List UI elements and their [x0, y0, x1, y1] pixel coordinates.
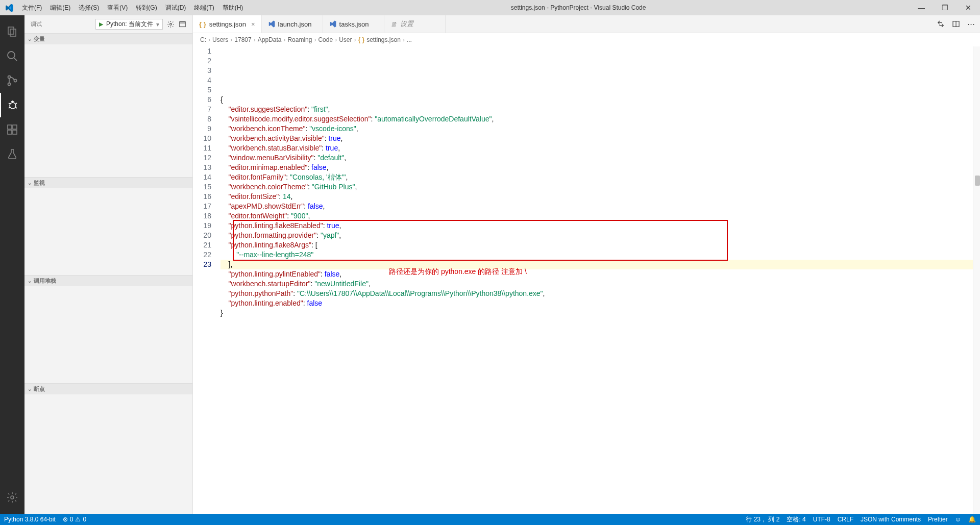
breadcrumb-item[interactable]: ... — [407, 36, 412, 43]
breadcrumb-separator: › — [254, 36, 256, 43]
breadcrumb-item[interactable]: Code — [318, 36, 333, 43]
sidebar-section-body — [24, 188, 192, 275]
svg-point-18 — [11, 496, 14, 499]
tab-actions: ⋯ — [932, 15, 980, 33]
vscode-file-icon — [329, 20, 336, 28]
debug-settings-icon[interactable] — [167, 20, 175, 28]
line-number: 21 — [193, 240, 211, 250]
sidebar-section-body — [24, 286, 192, 383]
svg-rect-16 — [13, 130, 17, 134]
annotation-text: 路径还是为你的 python.exe 的路径 注意加 \ — [389, 267, 527, 277]
line-number: 14 — [193, 172, 211, 182]
breadcrumb-separator: › — [283, 36, 285, 43]
vscode-logo-icon — [0, 4, 18, 12]
menu-item[interactable]: 终端(T) — [190, 4, 218, 12]
close-tab-icon[interactable]: × — [251, 20, 255, 28]
debug-console-icon[interactable] — [179, 20, 186, 28]
extensions-icon[interactable] — [0, 117, 24, 142]
warning-count: 0 — [83, 516, 86, 523]
tab-label: launch.json — [278, 20, 312, 28]
status-feedback-icon[interactable]: ☺ — [955, 515, 961, 524]
json-icon: { } — [358, 36, 364, 43]
sidebar-section-断点[interactable]: ⌄断点 — [24, 383, 192, 394]
scrollbar[interactable] — [973, 46, 980, 514]
sidebar-section-调用堆栈[interactable]: ⌄调用堆栈 — [24, 275, 192, 286]
chevron-down-icon: ⌄ — [28, 180, 32, 186]
maximize-button[interactable]: ❐ — [933, 4, 957, 12]
breadcrumb-separator: › — [335, 36, 337, 43]
svg-point-6 — [14, 80, 17, 82]
tab-launch.json[interactable]: launch.json — [262, 15, 323, 33]
menu-item[interactable]: 查看(V) — [103, 4, 132, 12]
chevron-down-icon: ⌄ — [28, 36, 32, 42]
menu-item[interactable]: 编辑(E) — [46, 4, 75, 12]
compare-changes-icon[interactable] — [937, 20, 945, 28]
warning-icon: ⚠ — [75, 516, 81, 523]
status-encoding[interactable]: UTF-8 — [813, 515, 830, 524]
section-label: 断点 — [34, 385, 45, 393]
line-number: 9 — [193, 124, 211, 134]
section-label: 监视 — [34, 179, 45, 187]
more-actions-icon[interactable]: ⋯ — [967, 19, 975, 29]
source-control-icon[interactable] — [0, 68, 24, 93]
breadcrumb-item[interactable]: settings.json — [366, 36, 401, 43]
svg-line-10 — [15, 103, 17, 104]
breadcrumb-item[interactable]: Roaming — [287, 36, 312, 43]
svg-rect-15 — [8, 130, 12, 134]
breadcrumb[interactable]: C:›Users›17807›AppData›Roaming›Code›User… — [193, 33, 980, 46]
svg-line-12 — [15, 107, 17, 108]
status-bell-icon[interactable]: 🔔 — [968, 515, 976, 524]
code-content[interactable]: 路径还是为你的 python.exe 的路径 注意加 \ { "editor.s… — [220, 46, 973, 514]
vscode-file-icon — [268, 20, 275, 28]
svg-point-4 — [8, 76, 11, 79]
status-spaces[interactable]: 空格: 4 — [787, 515, 805, 524]
search-icon[interactable] — [0, 44, 24, 68]
status-python-version[interactable]: Python 3.8.0 64-bit — [4, 516, 56, 523]
section-label: 变量 — [34, 35, 45, 43]
svg-rect-1 — [10, 29, 16, 36]
status-formatter[interactable]: Prettier — [928, 515, 948, 524]
error-count: 0 — [70, 516, 74, 523]
code-editor[interactable]: 1234567891011121314151617181920212223 路径… — [193, 46, 980, 514]
menu-item[interactable]: 文件(F) — [18, 4, 46, 12]
tab-label: tasks.json — [339, 20, 369, 28]
breadcrumb-separator: › — [208, 36, 210, 43]
sidebar-section-监视[interactable]: ⌄监视 — [24, 177, 192, 188]
minimize-button[interactable]: ― — [910, 4, 933, 12]
close-button[interactable]: ✕ — [957, 4, 980, 12]
activity-bar — [0, 15, 24, 514]
status-eol[interactable]: CRLF — [838, 515, 853, 524]
line-number: 8 — [193, 114, 211, 124]
debug-config-dropdown[interactable]: ▶ Python: 当前文件 ▾ — [95, 19, 163, 30]
line-number: 15 — [193, 182, 211, 192]
tab-设置[interactable]: 🗎设置 — [384, 15, 446, 33]
breadcrumb-item[interactable]: Users — [212, 36, 228, 43]
editor-tabs: { }settings.json×launch.jsontasks.json🗎设… — [193, 15, 980, 33]
status-language[interactable]: JSON with Comments — [861, 515, 921, 524]
test-icon[interactable] — [0, 142, 24, 166]
tab-tasks.json[interactable]: tasks.json — [323, 15, 384, 33]
menu-item[interactable]: 转到(G) — [132, 4, 161, 12]
section-label: 调用堆栈 — [34, 277, 56, 285]
settings-gear-icon[interactable] — [0, 485, 24, 510]
menu-item[interactable]: 调试(D) — [161, 4, 190, 12]
debug-icon[interactable] — [0, 93, 24, 117]
tab-label: settings.json — [209, 20, 246, 28]
breadcrumb-item[interactable]: AppData — [258, 36, 282, 43]
split-editor-icon[interactable] — [952, 20, 960, 28]
sidebar-section-变量[interactable]: ⌄变量 — [24, 33, 192, 44]
menu-item[interactable]: 帮助(H) — [218, 4, 248, 12]
breadcrumb-item[interactable]: 17807 — [234, 36, 251, 43]
breadcrumb-item[interactable]: User — [339, 36, 352, 43]
titlebar: 文件(F)编辑(E)选择(S)查看(V)转到(G)调试(D)终端(T)帮助(H)… — [0, 0, 980, 15]
scrollbar-thumb[interactable] — [975, 176, 980, 186]
chevron-down-icon: ⌄ — [28, 278, 32, 284]
status-line-col[interactable]: 行 23， 列 2 — [746, 515, 779, 524]
breadcrumb-item[interactable]: C: — [200, 36, 206, 43]
status-problems[interactable]: ⊗0 ⚠0 — [63, 516, 86, 523]
tab-settings.json[interactable]: { }settings.json× — [193, 15, 262, 33]
explorer-icon[interactable] — [0, 19, 24, 44]
menu-item[interactable]: 选择(S) — [75, 4, 103, 12]
line-number: 17 — [193, 202, 211, 211]
json-icon: { } — [199, 20, 206, 28]
